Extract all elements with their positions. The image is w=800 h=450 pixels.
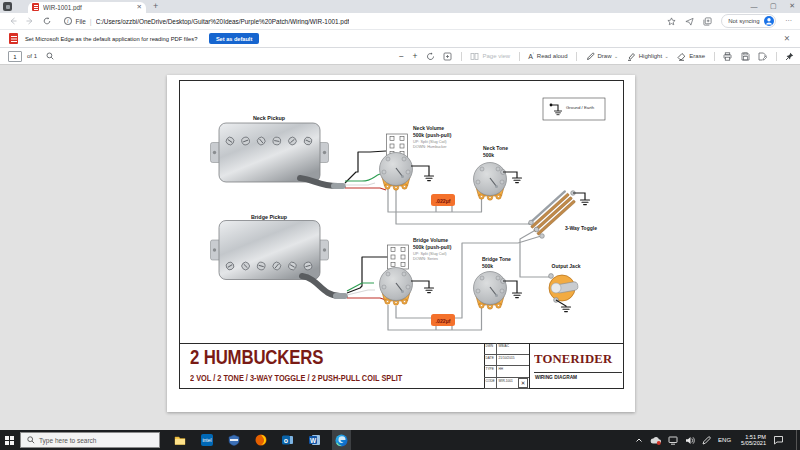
- action-center-icon[interactable]: [773, 435, 784, 445]
- save-as-icon[interactable]: [758, 52, 767, 61]
- pdf-page: .022µf: [167, 75, 635, 412]
- zoom-in-icon[interactable]: +: [413, 52, 418, 61]
- taskbar-shield-icon[interactable]: [224, 430, 243, 450]
- pdf-favicon-icon: [32, 3, 39, 11]
- tab-actions-icon[interactable]: [3, 2, 12, 11]
- window-controls: — ▢ ✕: [751, 0, 796, 12]
- search-document-icon[interactable]: [46, 52, 54, 60]
- maximize-button[interactable]: ▢: [770, 2, 777, 10]
- info-icon[interactable]: i: [64, 17, 72, 25]
- read-aloud-button[interactable]: A⁾ Read aloud: [528, 53, 567, 60]
- collections-icon[interactable]: [703, 17, 712, 26]
- taskbar-intel-icon[interactable]: intel: [197, 430, 216, 450]
- favorites-icon[interactable]: [667, 17, 676, 26]
- doc-type: WIRING DIAGRAM: [535, 375, 577, 380]
- profile-button[interactable]: Not syncing: [721, 14, 776, 28]
- url-text: C:/Users/ozzbi/OneDrive/Desktop/Guitar%2…: [96, 18, 350, 25]
- url-field[interactable]: i File | C:/Users/ozzbi/OneDrive/Desktop…: [64, 17, 667, 25]
- back-icon[interactable]: [9, 17, 17, 25]
- zoom-out-icon[interactable]: −: [399, 52, 404, 61]
- browser-tab[interactable]: WIR-1001.pdf ✕: [28, 2, 146, 14]
- taskbar-outlook-icon[interactable]: o: [278, 430, 297, 450]
- search-placeholder: Type here to search: [39, 437, 96, 444]
- menu-icon[interactable]: ⋯: [785, 17, 792, 25]
- draw-button[interactable]: Draw⌄: [586, 52, 619, 61]
- url-scheme: File: [76, 18, 86, 25]
- minimize-button[interactable]: —: [751, 3, 758, 10]
- notification-close-icon[interactable]: ✕: [784, 34, 790, 43]
- system-tray: ENG 1:51 PM 5/05/2021: [635, 430, 800, 450]
- avatar: [764, 16, 774, 26]
- sync-status: Not syncing: [728, 18, 759, 24]
- svg-text:o: o: [283, 437, 287, 444]
- tray-expand-icon[interactable]: [635, 436, 643, 444]
- set-default-button[interactable]: Set as default: [209, 33, 258, 45]
- forward-icon[interactable]: [26, 17, 34, 25]
- taskbar: Type here to search intel o W: [0, 430, 800, 450]
- new-tab-button[interactable]: +: [153, 1, 158, 11]
- taskbar-word-icon[interactable]: W: [305, 430, 324, 450]
- svg-text:W: W: [309, 437, 316, 444]
- brand-divider: [534, 372, 622, 373]
- diagram-subtitle: 2 VOL / 2 TONE / 3-WAY TOGGLE / 2 PUSH-P…: [190, 373, 402, 383]
- pin-toolbar-icon[interactable]: [785, 52, 794, 61]
- taskbar-edge-icon[interactable]: [332, 430, 351, 450]
- brand-logo: TONERIDER: [534, 351, 617, 367]
- erase-button[interactable]: Erase: [677, 52, 705, 61]
- close-button[interactable]: ✕: [789, 2, 795, 10]
- share-icon[interactable]: [685, 17, 694, 26]
- taskbar-search[interactable]: Type here to search: [20, 432, 160, 448]
- search-icon: [27, 436, 35, 444]
- start-button[interactable]: [0, 430, 18, 450]
- notification-bar: Set Microsoft Edge as the default applic…: [0, 30, 800, 48]
- pdf-toolbar: 1 of 1 − + Page view A⁾ Read aloud: [0, 48, 800, 65]
- address-bar-actions: Not syncing ⋯: [667, 14, 792, 28]
- tab-strip: WIR-1001.pdf ✕ + — ▢ ✕: [0, 0, 800, 13]
- show-desktop-button[interactable]: [796, 430, 800, 450]
- tray-pen-icon[interactable]: [702, 436, 711, 445]
- page-number-input[interactable]: 1: [8, 51, 22, 62]
- diagram-title: 2 HUMBUCKERS: [190, 346, 323, 369]
- svg-text:intel: intel: [202, 437, 211, 443]
- notification-message: Set Microsoft Edge as the default applic…: [25, 36, 197, 42]
- tab-close-icon[interactable]: ✕: [137, 3, 142, 11]
- print-icon[interactable]: [723, 52, 732, 61]
- save-icon[interactable]: [741, 52, 750, 61]
- fit-page-icon[interactable]: [443, 52, 452, 61]
- taskbar-explorer-icon[interactable]: [170, 430, 189, 450]
- titleblock-separator: [179, 343, 624, 344]
- address-bar: i File | C:/Users/ozzbi/OneDrive/Desktop…: [0, 13, 800, 30]
- screen: WIR-1001.pdf ✕ + — ▢ ✕ i File | C:/Users…: [0, 0, 800, 450]
- taskbar-firefox-icon[interactable]: [251, 430, 270, 450]
- titleblock-divider2: [529, 343, 530, 389]
- tab-title: WIR-1001.pdf: [43, 4, 134, 11]
- tray-network-icon[interactable]: [668, 436, 678, 445]
- pdf-viewer: .022µf: [0, 65, 800, 430]
- windows-logo-icon: [5, 436, 14, 445]
- scale-mark: ✕: [518, 378, 528, 388]
- tray-clock[interactable]: 1:51 PM 5/05/2021: [741, 434, 766, 447]
- url-separator: |: [90, 18, 92, 25]
- tray-onedrive-icon[interactable]: [650, 436, 661, 445]
- page-count: of 1: [27, 53, 37, 59]
- refresh-icon[interactable]: [43, 17, 51, 25]
- highlight-button[interactable]: Highlight⌄: [627, 52, 669, 61]
- page-view-button[interactable]: Page view: [470, 52, 510, 61]
- rotate-icon[interactable]: [426, 52, 435, 61]
- tray-language[interactable]: ENG: [718, 437, 731, 443]
- tray-volume-icon[interactable]: [685, 436, 695, 445]
- pdf-file-icon: [9, 33, 18, 44]
